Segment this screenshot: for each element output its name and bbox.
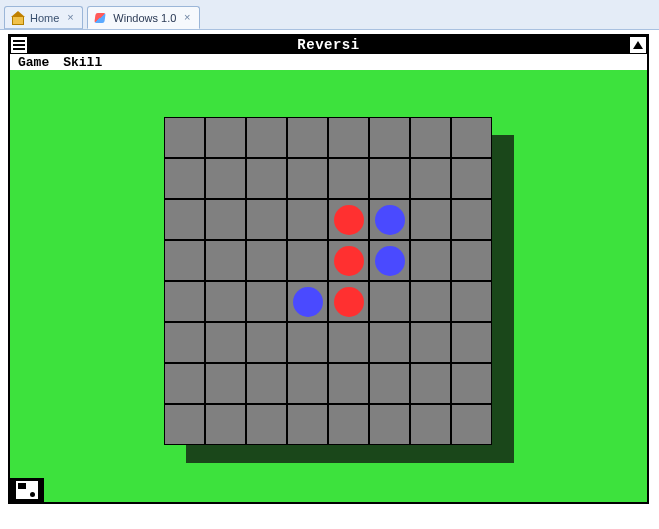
board-cell[interactable] — [451, 199, 492, 240]
board-cell[interactable] — [246, 281, 287, 322]
board-cell[interactable] — [246, 199, 287, 240]
board-cell[interactable] — [328, 240, 369, 281]
board-cell[interactable] — [246, 322, 287, 363]
reversi-board — [164, 117, 492, 445]
close-icon[interactable]: × — [64, 12, 76, 24]
board-cell[interactable] — [451, 240, 492, 281]
board-cell[interactable] — [410, 322, 451, 363]
board-cell[interactable] — [164, 117, 205, 158]
board-cell[interactable] — [328, 281, 369, 322]
board-cell[interactable] — [287, 199, 328, 240]
board-cell[interactable] — [369, 404, 410, 445]
maximize-button[interactable] — [629, 36, 647, 54]
board-cell[interactable] — [164, 240, 205, 281]
board-cell[interactable] — [246, 158, 287, 199]
board-cell[interactable] — [451, 322, 492, 363]
board-cell[interactable] — [246, 240, 287, 281]
board-cell[interactable] — [164, 363, 205, 404]
game-area — [10, 70, 647, 502]
board-cell[interactable] — [287, 322, 328, 363]
board-cell[interactable] — [369, 281, 410, 322]
board-cell[interactable] — [410, 281, 451, 322]
piece-red — [334, 205, 364, 235]
browser-tab-home[interactable]: Home × — [4, 6, 83, 29]
board-cell[interactable] — [451, 404, 492, 445]
piece-blue — [375, 246, 405, 276]
board-cell[interactable] — [328, 363, 369, 404]
board-cell[interactable] — [205, 240, 246, 281]
piece-red — [334, 246, 364, 276]
titlebar[interactable]: Reversi — [10, 36, 647, 54]
board-cell[interactable] — [205, 404, 246, 445]
home-icon — [11, 11, 25, 25]
board-cell[interactable] — [164, 158, 205, 199]
board-cell[interactable] — [164, 281, 205, 322]
board-cell[interactable] — [287, 404, 328, 445]
board-cell[interactable] — [328, 404, 369, 445]
board-cell[interactable] — [328, 199, 369, 240]
board-cell[interactable] — [369, 117, 410, 158]
menu-skill[interactable]: Skill — [63, 55, 102, 70]
board-cell[interactable] — [410, 240, 451, 281]
piece-blue — [375, 205, 405, 235]
windows-icon — [94, 11, 108, 25]
browser-tabstrip: Home × Windows 1.0 × — [0, 0, 659, 30]
taskbar — [10, 478, 44, 502]
board-cell[interactable] — [246, 363, 287, 404]
board-cell[interactable] — [369, 199, 410, 240]
board-cell[interactable] — [205, 322, 246, 363]
board-cell[interactable] — [451, 363, 492, 404]
board-cell[interactable] — [328, 117, 369, 158]
board-cell[interactable] — [369, 158, 410, 199]
board-cell[interactable] — [451, 281, 492, 322]
board-cell[interactable] — [164, 322, 205, 363]
board-cell[interactable] — [410, 363, 451, 404]
board-cell[interactable] — [246, 404, 287, 445]
window-title: Reversi — [10, 37, 647, 53]
board-cell[interactable] — [287, 240, 328, 281]
tab-label: Windows 1.0 — [113, 12, 176, 24]
maximize-icon — [633, 41, 643, 49]
board-cell[interactable] — [410, 158, 451, 199]
minimized-app-icon[interactable] — [16, 481, 38, 499]
board-cell[interactable] — [287, 158, 328, 199]
menu-game[interactable]: Game — [18, 55, 49, 70]
board-cell[interactable] — [328, 158, 369, 199]
board-cell[interactable] — [410, 117, 451, 158]
board-cell[interactable] — [369, 322, 410, 363]
board-cell[interactable] — [287, 117, 328, 158]
browser-tab-windows[interactable]: Windows 1.0 × — [87, 6, 200, 29]
piece-blue — [293, 287, 323, 317]
piece-red — [334, 287, 364, 317]
board-cell[interactable] — [369, 363, 410, 404]
board-cell[interactable] — [205, 117, 246, 158]
menubar: Game Skill — [10, 54, 647, 71]
tab-label: Home — [30, 12, 59, 24]
board-cell[interactable] — [451, 158, 492, 199]
board-cell[interactable] — [451, 117, 492, 158]
board-cell[interactable] — [246, 117, 287, 158]
app-window: Reversi Game Skill — [8, 34, 649, 504]
system-menu-button[interactable] — [10, 36, 28, 54]
board-cell[interactable] — [287, 281, 328, 322]
close-icon[interactable]: × — [181, 12, 193, 24]
board-cell[interactable] — [410, 404, 451, 445]
board-cell[interactable] — [205, 158, 246, 199]
board-cell[interactable] — [328, 322, 369, 363]
board-cell[interactable] — [164, 404, 205, 445]
board-cell[interactable] — [205, 281, 246, 322]
menu-icon — [13, 40, 25, 50]
board-cell[interactable] — [410, 199, 451, 240]
board-cell[interactable] — [205, 363, 246, 404]
board-cell[interactable] — [164, 199, 205, 240]
board-cell[interactable] — [287, 363, 328, 404]
board-cell[interactable] — [369, 240, 410, 281]
board-cell[interactable] — [205, 199, 246, 240]
